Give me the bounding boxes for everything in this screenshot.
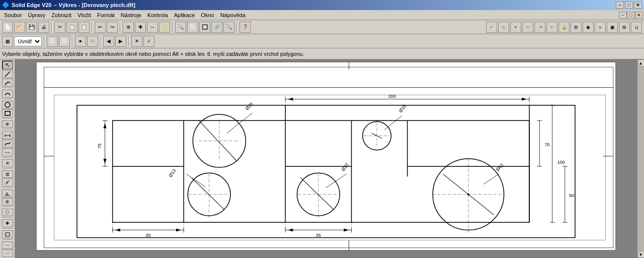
undo-button[interactable]: ↩ bbox=[95, 22, 106, 33]
rotate-button[interactable]: ✚ bbox=[135, 22, 146, 33]
app-icon: 🔷 bbox=[2, 2, 10, 9]
next-button[interactable]: ▶ bbox=[115, 36, 126, 47]
menu-format[interactable]: Formát bbox=[94, 11, 118, 19]
ltsep7 bbox=[3, 187, 13, 188]
sep-sel1 bbox=[44, 36, 45, 46]
selection-mode-select[interactable]: Uvnitř Vně Vše bbox=[14, 36, 42, 46]
open-button[interactable]: 📂 bbox=[14, 22, 25, 33]
dim-100: 100 bbox=[557, 160, 565, 165]
app-close-button[interactable]: ✕ bbox=[634, 2, 642, 9]
copy-button[interactable]: 📋 bbox=[66, 22, 77, 33]
angle-snap-button[interactable]: ⊣ bbox=[534, 22, 545, 33]
snap-button[interactable]: ⊕ bbox=[123, 22, 134, 33]
sep-sel4 bbox=[128, 36, 129, 46]
sep5 bbox=[236, 22, 237, 32]
lightning-button[interactable]: ⚡ bbox=[159, 22, 170, 33]
dim2-button[interactable]: Ø bbox=[2, 178, 13, 186]
zoom-pan-button[interactable]: 🔗 bbox=[211, 22, 222, 33]
snap-angle-button[interactable]: ⌐ bbox=[486, 22, 497, 33]
menu-aplikace[interactable]: Aplikace bbox=[171, 11, 198, 19]
ltsep6 bbox=[3, 168, 13, 169]
menu-okno[interactable]: Okno bbox=[198, 11, 217, 19]
arc2-tool-button[interactable] bbox=[2, 90, 13, 98]
more-button[interactable]: ⋯ bbox=[2, 241, 13, 249]
text-tool-button[interactable]: A bbox=[2, 189, 13, 198]
help-button[interactable]: ❓ bbox=[239, 22, 251, 33]
status-text: Vyberte objekty, tažením vybíráte v obdé… bbox=[2, 51, 304, 57]
zoom-window-button[interactable]: 🔲 bbox=[199, 22, 210, 33]
menu-upravy[interactable]: Úpravy bbox=[25, 11, 48, 19]
redo-button[interactable]: ↪ bbox=[107, 22, 118, 33]
select-all-button[interactable]: ⬜ bbox=[47, 36, 58, 47]
corner-button[interactable]: ⌐ bbox=[546, 22, 557, 33]
table-tool-button[interactable]: ⊞ bbox=[2, 198, 13, 206]
scroll-track[interactable] bbox=[637, 67, 645, 251]
pattern-button[interactable]: ⊠ bbox=[2, 159, 13, 167]
sep2 bbox=[92, 22, 93, 32]
dim-tool-button[interactable] bbox=[2, 131, 13, 139]
cancel-select-button[interactable]: ✕ bbox=[131, 36, 142, 47]
3d-tool-button[interactable]: ⬡ bbox=[2, 209, 13, 216]
app-maximize-button[interactable]: □ bbox=[625, 2, 633, 9]
svg-point-1 bbox=[5, 102, 10, 107]
grid2-button[interactable]: ▣ bbox=[607, 22, 618, 33]
win-maximize-button[interactable]: □ bbox=[627, 12, 635, 19]
ltsep5 bbox=[3, 157, 13, 158]
sep-sel2 bbox=[72, 36, 73, 46]
annotation-button[interactable] bbox=[2, 230, 13, 238]
extend-button[interactable]: ↔ bbox=[522, 22, 533, 33]
target-button[interactable]: ◉ bbox=[583, 22, 594, 33]
sep4 bbox=[172, 22, 173, 32]
scroll-down-button[interactable]: ▼ bbox=[637, 251, 645, 258]
more2-button[interactable]: ⋯ bbox=[2, 249, 13, 257]
confirm-select-button[interactable]: ✓ bbox=[143, 36, 154, 47]
canvas-area[interactable]: 200 75 35 35 bbox=[15, 59, 637, 258]
layer-button[interactable]: ■ bbox=[75, 36, 86, 47]
save-button[interactable]: 💾 bbox=[26, 22, 37, 33]
menu-napoveda[interactable]: Nápověda bbox=[217, 11, 249, 19]
win-close-button[interactable]: ✕ bbox=[635, 12, 643, 19]
new-button[interactable]: 📄 bbox=[2, 22, 13, 33]
select-icon[interactable]: ▦ bbox=[2, 36, 13, 47]
cut-button[interactable]: ✂ bbox=[54, 22, 65, 33]
circle-mode-button[interactable]: ○ bbox=[498, 22, 509, 33]
select-mode1-button[interactable]: ⬜ bbox=[59, 36, 70, 47]
layer2-button[interactable]: □ bbox=[87, 36, 98, 47]
grid-button[interactable]: ⊞ bbox=[571, 22, 582, 33]
menu-nastroje[interactable]: Nástroje bbox=[118, 11, 144, 19]
mirror-button[interactable]: ↔ bbox=[147, 22, 158, 33]
rect-tool-button[interactable] bbox=[2, 109, 13, 117]
win-minimize-button[interactable]: − bbox=[619, 12, 627, 19]
line-tool-button[interactable] bbox=[2, 70, 13, 78]
dimension-button[interactable]: ⊔ bbox=[631, 22, 642, 33]
menu-zobrazit[interactable]: Zobrazit bbox=[48, 11, 74, 19]
zoom-button2[interactable]: 🔍 bbox=[223, 22, 234, 33]
left-toolbox: ↖ ⊞ ⊠ ▥ Ø bbox=[0, 59, 15, 258]
print-button[interactable]: 🖨 bbox=[38, 22, 49, 33]
select-tool-button[interactable]: ↖ bbox=[2, 60, 13, 70]
zoom-fit-button[interactable]: ⬜ bbox=[187, 22, 198, 33]
move-tool-button[interactable]: ✚ bbox=[2, 219, 13, 227]
svg-rect-2 bbox=[5, 111, 10, 115]
equal-button[interactable]: = bbox=[595, 22, 606, 33]
lock-button[interactable]: 🔒 bbox=[558, 22, 570, 33]
table-button[interactable]: ⊞ bbox=[619, 22, 630, 33]
spline-button[interactable] bbox=[2, 140, 13, 148]
zoom-in-button[interactable]: 🔍 bbox=[175, 22, 186, 33]
crosshair-button[interactable]: + bbox=[510, 22, 521, 33]
selection-toolbar: ▦ Uvnitř Vně Vše ⬜ ⬜ ■ □ ◀ ▶ ✕ ✓ bbox=[0, 34, 644, 48]
app-minimize-button[interactable]: − bbox=[616, 2, 624, 9]
menu-kontrola[interactable]: Kontrola bbox=[144, 11, 171, 19]
grid-draw-button[interactable]: ⊞ bbox=[2, 120, 13, 128]
paste-button[interactable]: 📋 bbox=[78, 22, 90, 33]
bezier-button[interactable] bbox=[2, 148, 13, 156]
prev-button[interactable]: ◀ bbox=[103, 36, 114, 47]
arc-tool-button[interactable] bbox=[2, 79, 13, 87]
circle-tool-button[interactable] bbox=[2, 101, 13, 109]
sep3 bbox=[120, 22, 121, 32]
menu-vlozit[interactable]: Vložit bbox=[74, 11, 94, 19]
right-scrollbar[interactable]: ▲ ▼ bbox=[637, 59, 644, 258]
menu-soubor[interactable]: Soubor bbox=[1, 11, 25, 19]
hatch-button[interactable]: ▥ bbox=[2, 170, 13, 178]
scroll-up-button[interactable]: ▲ bbox=[637, 59, 645, 67]
